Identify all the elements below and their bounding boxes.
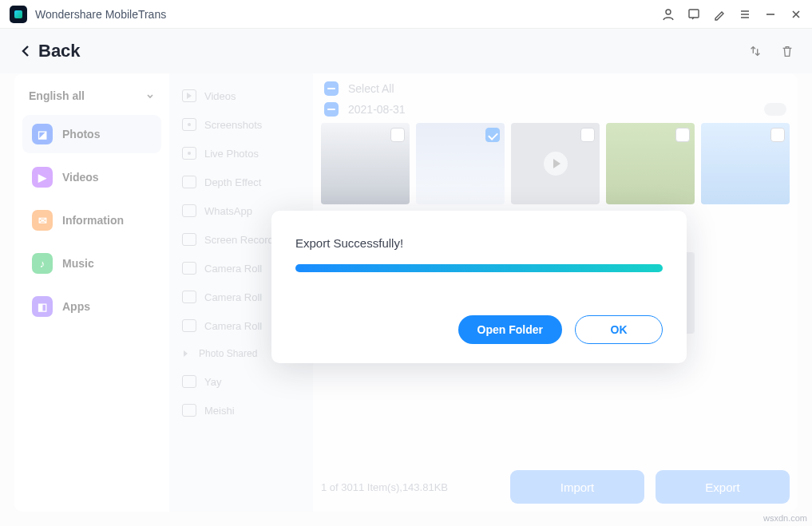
feedback-icon[interactable] <box>687 8 700 21</box>
thumbnail[interactable] <box>416 123 505 204</box>
language-selector[interactable]: English all <box>22 85 161 115</box>
button-label: Open Folder <box>477 323 543 336</box>
chevron-right-icon <box>184 350 188 357</box>
folder-icon <box>182 262 196 275</box>
export-button[interactable]: Export <box>656 470 790 504</box>
category-label: Yay <box>204 376 221 388</box>
folder-icon <box>182 176 196 188</box>
thumbnail[interactable] <box>511 123 600 204</box>
thumb-checkbox[interactable] <box>485 128 500 142</box>
folder-icon <box>182 404 196 417</box>
thumb-checkbox[interactable] <box>390 128 405 142</box>
sidebar-item-label: Music <box>62 257 94 270</box>
category-yay[interactable]: Yay <box>172 367 310 396</box>
select-all-checkbox[interactable] <box>324 81 339 96</box>
category-label: Camera Roll <box>204 263 262 275</box>
sidebar-item-apps[interactable]: ◧ Apps <box>22 287 161 326</box>
category-label: Camera Roll <box>204 320 262 332</box>
svg-point-0 <box>666 10 671 14</box>
chevron-down-icon <box>145 91 155 101</box>
ok-button[interactable]: OK <box>575 315 663 344</box>
menu-icon[interactable] <box>739 8 751 21</box>
edit-icon[interactable] <box>713 8 726 21</box>
modal-title: Export Successfully! <box>295 236 663 250</box>
category-label: Camera Roll <box>204 291 262 303</box>
folder-icon <box>182 375 196 388</box>
folder-icon <box>182 147 196 160</box>
category-label: Screenshots <box>204 119 262 131</box>
sidebar-item-videos[interactable]: ▶ Videos <box>22 158 161 196</box>
button-label: OK <box>611 323 628 336</box>
button-label: Import <box>560 481 595 494</box>
thumbnail-grid <box>321 123 790 204</box>
app-title: Wondershare MobileTrans <box>35 8 166 21</box>
button-label: Export <box>705 481 739 494</box>
content-footer: 1 of 3011 Item(s),143.81KB Import Export <box>321 462 790 504</box>
videos-icon: ▶ <box>32 167 53 188</box>
sidebar-item-photos[interactable]: ◪ Photos <box>22 115 161 153</box>
date-group-checkbox[interactable] <box>324 102 339 117</box>
export-success-modal: Export Successfully! Open Folder OK <box>271 211 687 363</box>
category-meishi[interactable]: Meishi <box>172 396 310 425</box>
watermark: wsxdn.com <box>763 513 807 523</box>
back-button[interactable]: Back <box>18 41 81 61</box>
folder-icon <box>182 118 196 131</box>
folder-icon <box>182 291 196 303</box>
sidebar-item-label: Videos <box>62 171 99 184</box>
category-label: Live Photos <box>204 148 259 160</box>
folder-icon <box>182 204 196 217</box>
date-count-badge <box>764 103 786 116</box>
svg-rect-1 <box>689 10 699 18</box>
thumb-checkbox[interactable] <box>675 128 690 142</box>
open-folder-button[interactable]: Open Folder <box>458 315 562 344</box>
titlebar: Wondershare MobileTrans <box>0 0 812 29</box>
sidebar-item-label: Photos <box>62 128 100 140</box>
refresh-icon[interactable] <box>748 44 762 58</box>
thumbnail[interactable] <box>701 123 790 204</box>
minimize-icon[interactable] <box>764 8 777 21</box>
language-label: English all <box>29 89 85 102</box>
thumb-checkbox[interactable] <box>770 128 785 142</box>
date-label: 2021-08-31 <box>348 103 406 116</box>
thumbnail[interactable] <box>321 123 410 204</box>
sidebar-item-information[interactable]: ✉ Information <box>22 201 161 239</box>
category-label: Meishi <box>204 405 235 417</box>
selection-info: 1 of 3011 Item(s),143.81KB <box>321 481 448 493</box>
import-button[interactable]: Import <box>510 470 644 504</box>
play-icon <box>544 152 568 176</box>
category-label: WhatsApp <box>204 205 252 217</box>
sidebar-item-label: Information <box>62 214 124 227</box>
photos-icon: ◪ <box>32 124 53 144</box>
chevron-left-icon <box>18 43 34 59</box>
folder-icon <box>182 319 196 332</box>
information-icon: ✉ <box>32 210 53 231</box>
close-icon[interactable] <box>790 8 802 21</box>
account-icon[interactable] <box>662 8 675 21</box>
back-label: Back <box>38 41 81 61</box>
trash-icon[interactable] <box>780 44 794 58</box>
folder-icon <box>182 233 196 246</box>
category-depth-effect[interactable]: Depth Effect <box>172 168 310 196</box>
sidebar-item-music[interactable]: ♪ Music <box>22 244 161 283</box>
category-label: Videos <box>204 90 236 102</box>
category-screenshots[interactable]: Screenshots <box>172 110 310 139</box>
category-label: Depth Effect <box>204 176 261 188</box>
select-all-label: Select All <box>348 82 394 95</box>
sidebar-item-label: Apps <box>62 300 90 313</box>
app-logo <box>10 6 27 23</box>
apps-icon: ◧ <box>32 296 53 317</box>
thumbnail[interactable] <box>606 123 695 204</box>
thumb-checkbox[interactable] <box>580 128 595 142</box>
sidebar-nav: English all ◪ Photos ▶ Videos ✉ Informat… <box>14 73 169 512</box>
category-videos[interactable]: Videos <box>172 81 310 110</box>
category-label: Photo Shared <box>199 348 257 359</box>
progress-bar <box>295 264 663 272</box>
category-live-photos[interactable]: Live Photos <box>172 139 310 168</box>
folder-icon <box>182 89 196 102</box>
topbar: Back <box>0 29 812 73</box>
music-icon: ♪ <box>32 253 53 274</box>
